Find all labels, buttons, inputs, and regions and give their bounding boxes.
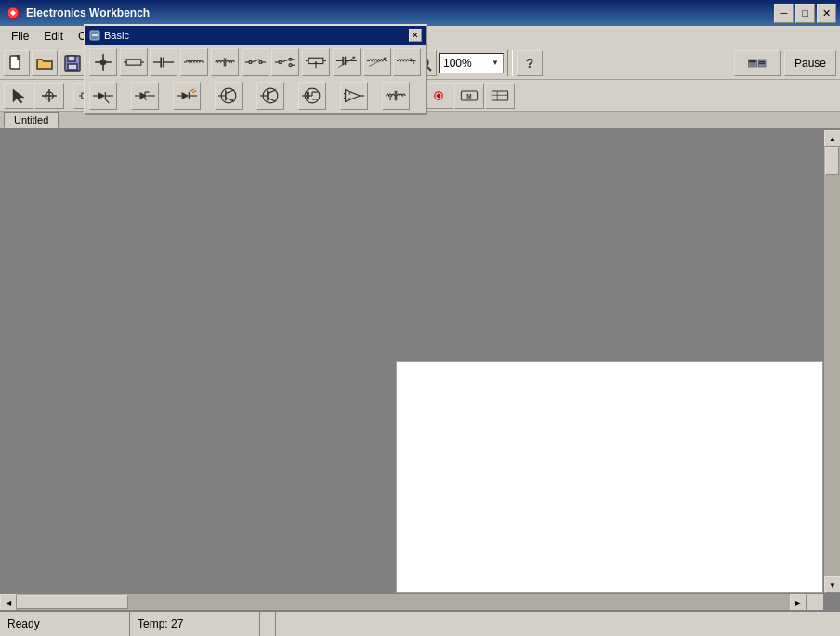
help-button[interactable]: ? — [517, 50, 543, 76]
basic-row2: + − — [85, 80, 426, 113]
pointer-tool[interactable] — [4, 83, 33, 109]
svg-rect-4 — [68, 64, 77, 70]
temp-text: Temp: 27 — [138, 617, 183, 630]
save-button[interactable] — [59, 50, 85, 76]
pnp-button[interactable] — [256, 82, 284, 110]
svg-point-33 — [751, 63, 753, 65]
scroll-corner — [807, 594, 823, 610]
canvas-area[interactable] — [0, 130, 823, 593]
menu-file[interactable]: File — [4, 26, 36, 46]
var-inductor-button[interactable] — [363, 48, 391, 76]
var-capacitor-button[interactable] — [333, 48, 361, 76]
svg-line-103 — [252, 60, 259, 62]
basic-row1 — [85, 45, 426, 80]
svg-rect-79 — [492, 91, 507, 100]
svg-rect-32 — [750, 60, 756, 62]
tap-transformer-button[interactable] — [382, 82, 410, 110]
more-button[interactable] — [485, 83, 515, 109]
close-button[interactable]: ✕ — [817, 4, 836, 23]
basic-close-button[interactable]: ✕ — [409, 29, 422, 42]
svg-marker-168 — [308, 94, 310, 97]
svg-marker-142 — [182, 92, 190, 99]
basic-components-window: Basic ✕ — [84, 24, 427, 115]
svg-line-109 — [282, 60, 289, 62]
sources-button[interactable] — [34, 83, 64, 109]
svg-point-34 — [754, 63, 755, 65]
basic-title-text: Basic — [104, 30, 129, 41]
switch-spdt-button[interactable] — [271, 48, 299, 76]
svg-line-156 — [268, 90, 276, 94]
scroll-right-button[interactable]: ▶ — [790, 594, 807, 610]
svg-line-145 — [190, 89, 194, 91]
svg-marker-116 — [315, 60, 318, 63]
basic-title-bar: Basic ✕ — [85, 26, 426, 45]
status-bar: Ready Temp: 27 — [0, 610, 840, 636]
svg-line-151 — [226, 98, 234, 101]
zoom-combo[interactable]: 100% ▼ — [439, 53, 504, 73]
maximize-button[interactable]: □ — [795, 4, 815, 23]
svg-line-150 — [226, 90, 234, 94]
basic-inductor-button[interactable] — [180, 48, 208, 76]
svg-line-134 — [105, 99, 109, 103]
title-left: Electronics Workbench — [6, 6, 150, 20]
zener-button[interactable] — [131, 82, 159, 110]
node-button[interactable] — [89, 48, 117, 76]
led-button[interactable] — [173, 82, 201, 110]
nmos-button[interactable] — [298, 82, 326, 110]
status-temp: Temp: 27 — [130, 612, 260, 636]
svg-marker-131 — [98, 92, 106, 99]
basic-capacitor-button[interactable] — [150, 48, 177, 76]
status-extra — [260, 612, 276, 636]
svg-line-30 — [427, 67, 431, 71]
indicator-button[interactable] — [424, 83, 453, 109]
svg-line-121 — [338, 58, 354, 68]
scroll-thumb-v[interactable] — [825, 147, 839, 175]
open-button[interactable] — [32, 50, 58, 76]
svg-rect-3 — [68, 56, 75, 61]
title-bar: Electronics Workbench ─ □ ✕ — [0, 0, 840, 26]
svg-line-157 — [268, 98, 276, 101]
app-icon — [6, 6, 20, 20]
scroll-left-button[interactable]: ◀ — [0, 594, 17, 610]
horizontal-scrollbar[interactable]: ◀ ▶ — [0, 593, 823, 610]
scroll-down-button[interactable]: ▼ — [824, 576, 840, 593]
scroll-up-button[interactable]: ▲ — [824, 130, 840, 147]
svg-rect-90 — [126, 60, 141, 65]
basic-resistor-button[interactable] — [120, 48, 148, 76]
menu-edit[interactable]: Edit — [36, 26, 71, 46]
svg-marker-169 — [346, 90, 361, 102]
svg-marker-136 — [140, 92, 148, 99]
pause-button[interactable]: Pause — [784, 50, 836, 76]
scroll-track-h[interactable] — [17, 594, 790, 610]
opamp-button[interactable]: + − — [340, 82, 368, 110]
zoom-value: 100% — [443, 57, 472, 70]
zoom-arrow: ▼ — [492, 59, 499, 67]
status-ready: Ready — [0, 612, 130, 636]
workspace: Untitled ▲ ▼ ◀ ▶ — [0, 112, 840, 610]
svg-text:M: M — [466, 92, 471, 99]
basic-title-left: Basic — [89, 30, 129, 41]
scroll-thumb-h[interactable] — [17, 595, 128, 609]
bjt-button[interactable] — [215, 82, 243, 110]
sep5 — [507, 50, 513, 76]
scr-button[interactable] — [89, 82, 117, 110]
meter-button[interactable]: M — [454, 83, 484, 109]
svg-line-146 — [192, 91, 196, 93]
title-buttons: ─ □ ✕ — [774, 4, 836, 23]
svg-rect-36 — [759, 61, 765, 62]
basic-transformer-button[interactable] — [211, 48, 239, 76]
ready-text: Ready — [7, 617, 40, 630]
svg-text:−: − — [348, 95, 351, 100]
vertical-scrollbar[interactable]: ▲ ▼ — [823, 130, 840, 593]
tab-untitled[interactable]: Untitled — [4, 112, 59, 128]
minimize-button[interactable]: ─ — [774, 4, 794, 23]
schematic-canvas[interactable] — [396, 361, 823, 593]
title-text: Electronics Workbench — [26, 7, 150, 20]
new-button[interactable] — [4, 50, 30, 76]
potentiometer-button[interactable] — [302, 48, 330, 76]
switch-spst-button[interactable] — [242, 48, 269, 76]
svg-rect-37 — [759, 63, 765, 64]
scroll-track-v[interactable] — [824, 147, 840, 576]
relay-button[interactable] — [393, 48, 421, 76]
instrument-panel-button[interactable] — [734, 50, 781, 76]
